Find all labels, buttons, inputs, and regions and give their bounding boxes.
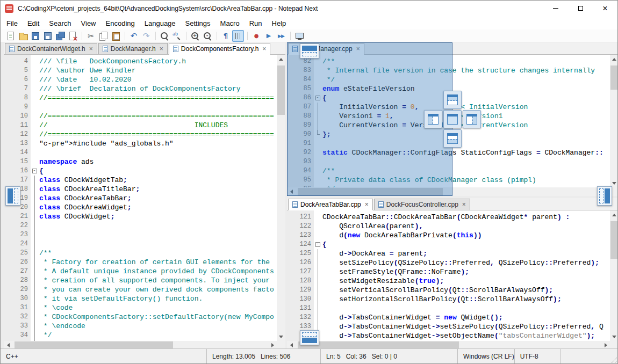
dock-container: DockContainerWidget.h×DockManager.h×Dock…: [1, 42, 618, 350]
scrollbar-thumb[interactable]: [15, 341, 173, 349]
fold-collapse-icon[interactable]: -: [314, 240, 321, 249]
monitor-button[interactable]: [293, 30, 305, 42]
drop-indicator-left-edge[interactable]: [5, 186, 20, 206]
status-eol-mode[interactable]: Windows (CR LF): [458, 349, 515, 363]
play-macro-button[interactable]: ▶: [263, 30, 275, 42]
drop-indicator-bottom-edge[interactable]: [300, 330, 319, 345]
code-text: [38, 148, 39, 157]
status-doc-stats: Length: 13.005 Lines: 506: [207, 349, 321, 363]
minimize-button[interactable]: [543, 1, 568, 16]
scrollbar-thumb[interactable]: [277, 65, 285, 115]
code-text: //======================================…: [38, 93, 274, 103]
scroll-down-icon[interactable]: [277, 332, 285, 341]
line-number: 16: [4, 166, 31, 176]
vertical-scrollbar[interactable]: [277, 55, 285, 341]
status-encoding[interactable]: UTF-8: [515, 349, 560, 363]
undo-button[interactable]: ↶: [128, 30, 140, 42]
save-all-button[interactable]: [54, 30, 66, 42]
menu-macro[interactable]: Macro: [215, 18, 245, 29]
scrollbar-thumb[interactable]: [298, 341, 459, 349]
editor-bottom-right[interactable]: 121CDockAreaTabBar::CDockAreaTabBar(CDoc…: [287, 210, 610, 341]
line-number: 130: [287, 295, 314, 304]
menu-settings[interactable]: Settings: [181, 18, 215, 29]
drop-indicator-right[interactable]: [463, 110, 481, 128]
maximize-button[interactable]: [568, 1, 593, 16]
tab-dockcontainerwidget-h[interactable]: DockContainerWidget.h×: [5, 43, 97, 54]
copy-icon: [98, 31, 108, 41]
menu-encoding[interactable]: Encoding: [101, 18, 140, 29]
tab-close-icon[interactable]: ×: [462, 201, 466, 208]
vertical-scrollbar[interactable]: [610, 55, 618, 187]
line-number: 6: [4, 75, 31, 84]
line-number: 8: [4, 93, 31, 103]
tab-close-icon[interactable]: ×: [89, 46, 93, 52]
drop-indicator-center[interactable]: [443, 110, 462, 128]
find-icon: [160, 31, 169, 41]
run-macro-multiple-button[interactable]: ▶▶: [275, 30, 287, 42]
scrollbar-thumb[interactable]: [610, 65, 618, 90]
drop-indicator-bottom[interactable]: [443, 129, 462, 148]
drop-indicator-top[interactable]: [443, 91, 462, 109]
tab-close-icon[interactable]: ×: [365, 201, 369, 208]
find-button[interactable]: [159, 30, 170, 42]
open-file-button[interactable]: [17, 30, 29, 42]
tab-dockmanager-h[interactable]: DockManager.h×: [98, 43, 168, 54]
drop-indicator-top-edge[interactable]: [300, 43, 319, 59]
tab-close-icon[interactable]: ×: [262, 46, 266, 52]
copy-button[interactable]: [97, 30, 109, 42]
scroll-up-icon[interactable]: [610, 55, 618, 63]
paste-button[interactable]: [110, 30, 121, 42]
line-number: 127: [287, 267, 314, 276]
scrollbar-thumb[interactable]: [610, 221, 618, 259]
scroll-up-icon[interactable]: [277, 55, 285, 63]
save-file-button[interactable]: [30, 30, 41, 42]
line-number: 121: [287, 213, 314, 222]
new-file-button[interactable]: [5, 30, 17, 42]
redo-button[interactable]: ↷: [140, 30, 152, 42]
code-line: 34 */: [4, 331, 277, 340]
fold-margin: [314, 231, 321, 240]
cut-button[interactable]: ✂: [85, 30, 97, 42]
tab-dockfocuscontroller-cpp[interactable]: DockFocusController.cpp×: [374, 199, 470, 210]
close-file-button[interactable]: [67, 30, 78, 42]
tab-dockareatabbar-cpp[interactable]: DockAreaTabBar.cpp×: [288, 199, 373, 210]
show-symbols-icon: ¶: [221, 31, 231, 41]
code-line: 27 * A default unique instance provided …: [4, 267, 277, 276]
menu-edit[interactable]: Edit: [23, 18, 44, 29]
editor-left[interactable]: 4/// \file DockComponentsFactory.h5/// \…: [4, 55, 277, 341]
app-icon: [5, 4, 13, 13]
fold-margin: [31, 303, 38, 312]
menu-view[interactable]: View: [76, 18, 101, 29]
drop-indicator-right-edge[interactable]: [597, 186, 612, 206]
resize-grip[interactable]: [610, 356, 617, 363]
save-file-as-button[interactable]: [42, 30, 54, 42]
fold-margin: [31, 103, 38, 112]
menu-help[interactable]: Help: [267, 18, 291, 29]
fold-margin: [314, 313, 321, 322]
scroll-up-icon[interactable]: [610, 210, 618, 219]
menu-run[interactable]: Run: [245, 18, 267, 29]
zoom-out-button[interactable]: [202, 30, 213, 42]
menu-file[interactable]: File: [2, 18, 23, 29]
show-symbols-button[interactable]: ¶: [220, 30, 232, 42]
drop-indicator-left[interactable]: [424, 110, 442, 128]
code-line: 31 * \code: [4, 303, 277, 312]
code-line: 19class CDockAreaTabBar;: [4, 194, 277, 203]
tab-bar-bottom-right: DockAreaTabBar.cpp×DockFocusController.c…: [287, 198, 618, 210]
menu-bar: FileEditSearchViewEncodingLanguageSettin…: [1, 17, 617, 30]
indent-guides-button[interactable]: [232, 30, 244, 42]
code-text: * creation of all supported components. …: [38, 276, 270, 285]
menu-search[interactable]: Search: [44, 18, 76, 29]
code-line: 5/// \author Uwe Kindler: [4, 66, 277, 75]
tab-dockcomponentsfactory-h[interactable]: DockComponentsFactory.h×: [169, 43, 271, 55]
vertical-scrollbar[interactable]: [610, 210, 618, 341]
record-macro-button[interactable]: ●: [250, 30, 262, 42]
replace-button[interactable]: [171, 30, 183, 42]
fold-collapse-icon[interactable]: -: [31, 166, 38, 176]
close-button[interactable]: ×: [593, 1, 617, 16]
menu-language[interactable]: Language: [140, 18, 181, 29]
tab-close-icon[interactable]: ×: [160, 46, 163, 52]
zoom-in-button[interactable]: [189, 30, 201, 42]
status-language[interactable]: C++: [1, 349, 207, 363]
scroll-down-icon[interactable]: [610, 332, 618, 341]
